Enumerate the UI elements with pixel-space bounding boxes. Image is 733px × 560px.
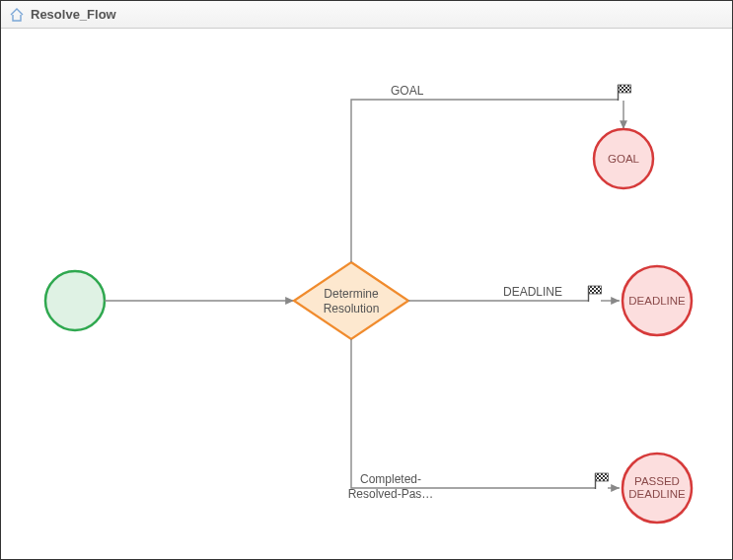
edge-decision-goal: GOAL — [351, 84, 631, 262]
flag-icon — [596, 473, 609, 489]
edge-decision-deadline: DEADLINE — [408, 285, 620, 302]
edge-passed-label-line1: Completed- — [360, 472, 421, 486]
goal-end-label: GOAL — [608, 153, 640, 165]
home-icon — [9, 7, 25, 23]
flow-canvas-frame: Resolve_Flow — [0, 0, 733, 560]
start-node[interactable] — [45, 271, 105, 330]
edge-passed-label-line2: Resolved-Pas… — [348, 487, 434, 501]
flag-icon — [619, 85, 631, 101]
decision-label-line2: Resolution — [324, 302, 380, 315]
header-bar: Resolve_Flow — [1, 1, 732, 29]
deadline-end-node[interactable]: DEADLINE — [623, 266, 692, 335]
flow-canvas[interactable]: Determine Resolution GOAL GOAL DEADLINE — [1, 29, 732, 559]
decision-label-line1: Determine — [324, 287, 379, 301]
edge-deadline-label: DEADLINE — [503, 285, 562, 299]
deadline-end-label: DEADLINE — [628, 295, 686, 307]
edge-decision-passed: Completed- Resolved-Pas… — [348, 339, 620, 501]
edge-goal-label: GOAL — [391, 84, 424, 98]
svg-marker-7 — [294, 262, 408, 339]
svg-point-5 — [45, 271, 105, 330]
passed-end-label-line1: PASSED — [634, 475, 680, 487]
goal-end-node[interactable]: GOAL — [594, 129, 653, 188]
page-title: Resolve_Flow — [31, 7, 116, 22]
flag-icon — [589, 286, 602, 302]
passed-end-label-line2: DEADLINE — [628, 488, 686, 500]
passed-deadline-end-node[interactable]: PASSED DEADLINE — [623, 454, 692, 523]
decision-node[interactable]: Determine Resolution — [294, 262, 408, 339]
